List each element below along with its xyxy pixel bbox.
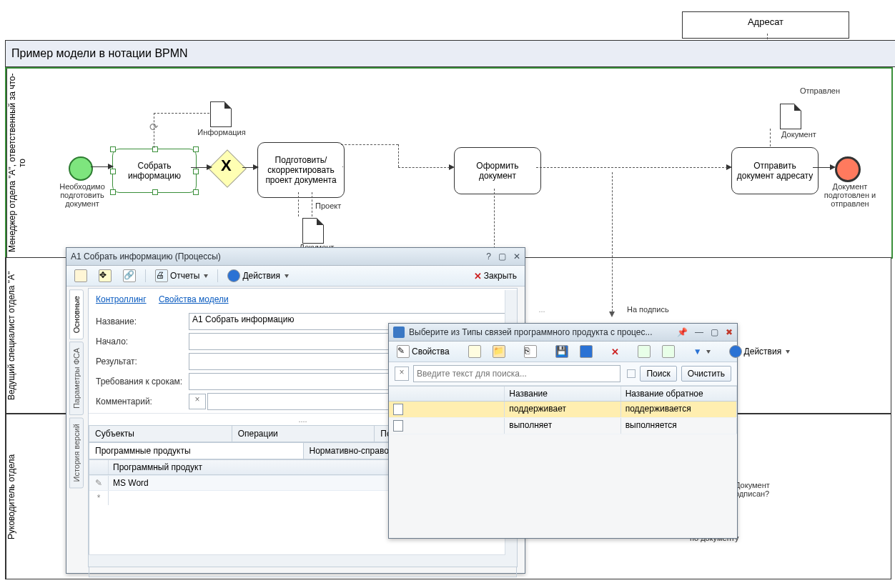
search-input[interactable] (413, 365, 620, 382)
maximize-icon[interactable]: ▢ (498, 251, 506, 261)
properties-toolbar: ✥ 🔗 🖨Отчеты Действия ✕ Закрыть (66, 266, 525, 286)
tb-import-icon[interactable] (658, 343, 678, 360)
clear-comment-icon[interactable]: × (189, 394, 206, 409)
search-dropdown-icon[interactable] (627, 369, 636, 378)
tb-props[interactable]: ✎Свойства (393, 343, 453, 360)
close-icon[interactable]: ✕ (513, 251, 520, 261)
tb-close[interactable]: ✕ Закрыть (470, 269, 520, 284)
task-send[interactable]: Отправить документ адресату (731, 147, 819, 194)
tb-saveall-icon[interactable] (576, 343, 596, 360)
data-object-project[interactable] (302, 218, 324, 244)
list-row-0[interactable]: поддерживает поддерживается (389, 402, 737, 418)
data-object-sent-label: Документ (781, 130, 831, 139)
tb-new-icon[interactable] (71, 267, 91, 284)
diagram-canvas: Адресат Пример модели в нотации BPMN Мен… (0, 0, 895, 588)
data-object-project-label: Проект (315, 201, 358, 210)
end-event-label: Документ подготовлен и отправлен (816, 182, 884, 208)
properties-dialog-title[interactable]: А1 Собрать информацию (Процессы) ? ▢ ✕ (66, 248, 525, 266)
label-oshibki: ... (520, 305, 563, 314)
tb-delete-icon[interactable]: ✕ (608, 344, 623, 359)
close-icon[interactable]: ✖ (726, 327, 733, 337)
picker-searchrow: × Поиск Очистить (389, 362, 737, 386)
cell-name-1: выполняет (505, 418, 620, 434)
search-button[interactable]: Поиск (640, 366, 676, 382)
picker-list: Название Название обратное поддерживает … (389, 386, 737, 434)
form-scrollbar-h[interactable] (89, 554, 505, 567)
pin-icon[interactable]: 📌 (677, 327, 688, 337)
tb-copy-icon[interactable]: ⎘ (520, 343, 540, 360)
arrow-down-icon (609, 312, 615, 317)
end-event[interactable] (835, 156, 861, 182)
col-reverse[interactable]: Название обратное (621, 387, 737, 401)
participant-adresat: Адресат (682, 11, 849, 39)
tb-reports[interactable]: 🖨Отчеты (152, 267, 212, 284)
link-controlling[interactable]: Контроллинг (96, 294, 147, 304)
tb-actions[interactable]: Действия (224, 267, 292, 284)
assoc-sent (770, 129, 771, 146)
dflow-a2-r (341, 144, 398, 145)
col-software[interactable]: Программный продукт (109, 460, 421, 474)
lbl-start: Начало: (96, 337, 189, 347)
assoc-project (298, 192, 299, 216)
tb-folder-icon[interactable]: 📁 (489, 343, 509, 360)
side-tab-fsa[interactable]: Параметры ФСА (69, 342, 84, 415)
list-row-1[interactable]: выполняет выполняется (389, 418, 737, 434)
cell-rev-1: выполняется (621, 418, 737, 434)
cell-software[interactable]: MS Word (109, 476, 421, 490)
picker-toolbar: ✎Свойства 📁 ⎘ 💾 ✕ ▼ Действия (389, 342, 737, 362)
properties-dialog-title-text: А1 Собрать информацию (Процессы) (71, 251, 221, 261)
dflow-a2-rv (398, 144, 399, 167)
data-object-info-label: Информация (189, 128, 254, 136)
row-icon (389, 402, 505, 417)
start-event[interactable] (69, 156, 93, 181)
arrow-icon (449, 164, 455, 170)
help-icon[interactable]: ? (486, 251, 491, 261)
task-format[interactable]: Оформить документ (454, 147, 541, 194)
side-tab-history[interactable]: История версий (69, 417, 84, 488)
pool-header: Пример модели в нотации BPMN (5, 40, 895, 67)
arrow-icon (207, 164, 212, 170)
clear-button[interactable]: Очистить (681, 366, 731, 382)
arrow-icon (108, 164, 114, 169)
tb-filter-icon[interactable]: ▼ (690, 344, 714, 359)
tb-save-icon[interactable]: 💾 (552, 343, 572, 360)
tab-operations[interactable]: Операции (232, 425, 375, 442)
cell-rev-0: поддерживается (621, 402, 737, 417)
task-send-label: Отправить документ адресату (735, 161, 815, 181)
col-name[interactable]: Название (505, 387, 620, 401)
arrow-icon (830, 164, 836, 170)
picker-icon (393, 327, 405, 338)
task-a1[interactable]: Собрать информацию (112, 149, 197, 193)
data-object-info[interactable] (210, 101, 232, 127)
tb-new-icon[interactable] (465, 343, 485, 360)
assoc-info (154, 113, 209, 114)
tb-export-icon[interactable] (634, 343, 654, 360)
row-edit-icon[interactable]: ✎ (89, 476, 109, 490)
task-format-label: Оформить документ (458, 161, 538, 181)
start-event-label: Необходимо подготовить документ (50, 182, 114, 208)
link-model-props[interactable]: Свойства модели (159, 294, 229, 304)
data-object-sent[interactable] (780, 104, 801, 129)
picker-dialog[interactable]: Выберите из Типы связей программного про… (388, 323, 738, 539)
maximize-icon[interactable]: ▢ (711, 327, 718, 337)
side-tabs: Основные Параметры ФСА История версий (69, 289, 85, 569)
minimize-icon[interactable]: — (695, 327, 703, 337)
data-object-sent-state: Отправлен (800, 86, 857, 95)
tb-link-icon[interactable]: 🔗 (119, 267, 139, 284)
arrow-icon (253, 164, 259, 170)
cell-name-0: поддерживает (505, 402, 620, 417)
assoc-info-v (154, 113, 154, 148)
tab-subjects[interactable]: Субъекты (89, 425, 232, 442)
search-clear-icon[interactable]: × (395, 367, 409, 381)
tb-move-icon[interactable]: ✥ (95, 267, 115, 284)
tb-actions2[interactable]: Действия (726, 343, 794, 360)
dflow-1 (342, 166, 343, 167)
picker-title[interactable]: Выберите из Типы связей программного про… (389, 324, 737, 342)
lane-1-title: Менеджер отдела "А", ответственный за чт… (6, 69, 27, 257)
pool-title: Пример модели в нотации BPMN (11, 47, 188, 60)
participant-label: Адресат (748, 16, 783, 27)
tab-software[interactable]: Программные продукты (89, 442, 304, 459)
task-a2[interactable]: Подготовить/ скорректировать проект доку… (257, 142, 345, 198)
side-tab-main[interactable]: Основные (69, 289, 84, 339)
task-a1-label: Собрать информацию (116, 161, 193, 181)
